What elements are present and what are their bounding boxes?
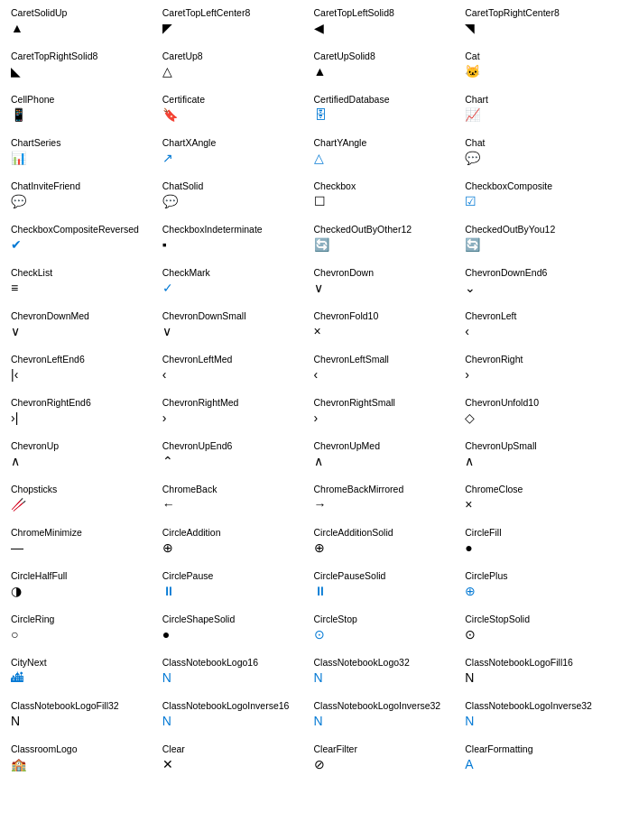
icon-symbol: ⊘ xyxy=(314,758,325,771)
icon-label: CheckMark xyxy=(162,267,210,280)
icon-symbol: 💬 xyxy=(162,195,178,208)
icon-symbol: ∧ xyxy=(11,455,20,467)
icon-symbol: ∨ xyxy=(162,325,171,337)
list-item: ChartXAngle↗ xyxy=(159,134,310,177)
icon-label: CaretUp8 xyxy=(162,51,203,63)
icon-grid: CaretSolidUp▲CaretTopLeftCenter8◤CaretTo… xyxy=(0,0,620,787)
icon-symbol: ✕ xyxy=(162,758,173,771)
icon-label: ChevronLeft xyxy=(465,310,516,323)
icon-symbol: ⊕ xyxy=(465,585,476,597)
list-item: Chopsticks🥢 xyxy=(7,480,159,523)
list-item: ClassNotebookLogoFill16N xyxy=(461,653,613,697)
list-item: CircleFill● xyxy=(461,523,613,567)
icon-label: ChevronRightSmall xyxy=(314,397,395,410)
icon-label: ChartYAngle xyxy=(314,137,367,150)
list-item: CaretSolidUp▲ xyxy=(7,4,159,47)
list-item: CaretTopLeftSolid8◀ xyxy=(310,4,462,47)
icon-label: ChevronDownEnd6 xyxy=(465,267,547,280)
list-item: ChevronUp∧ xyxy=(7,437,159,480)
list-item: Chart📈 xyxy=(461,90,613,134)
icon-symbol: ›| xyxy=(11,411,18,424)
list-item: ClassNotebookLogoInverse32N xyxy=(310,697,462,740)
icon-label: CircleRing xyxy=(11,614,54,626)
list-item: CircleShapeSolid● xyxy=(159,610,310,653)
icon-label: ChromeClose xyxy=(465,484,523,496)
list-item: CheckboxCompositeReversed✔ xyxy=(7,220,159,263)
list-item: CaretTopRightCenter8◥ xyxy=(461,4,613,47)
icon-label: ChevronDown xyxy=(314,267,375,280)
icon-label: CertifiedDatabase xyxy=(314,94,390,106)
list-item: ChatSolid💬 xyxy=(159,177,310,220)
icon-symbol: ◀ xyxy=(314,22,324,34)
icon-label: CircleHalfFull xyxy=(11,570,67,583)
list-item: Chat💬 xyxy=(461,134,613,177)
icon-label: CheckboxComposite xyxy=(465,180,552,193)
icon-label: ChevronLeftSmall xyxy=(314,354,389,366)
icon-label: ChevronUp xyxy=(11,440,59,453)
icon-label: CirclePause xyxy=(162,570,214,583)
icon-label: ClassNotebookLogo32 xyxy=(314,657,410,669)
icon-symbol: 🥢 xyxy=(11,498,26,511)
icon-label: ChromeBack xyxy=(162,484,217,496)
list-item: ClassNotebookLogoInverse32N xyxy=(461,697,613,740)
list-item: ChevronDownSmall∨ xyxy=(159,307,310,350)
list-item: ChevronDown∨ xyxy=(310,263,462,307)
icon-label: ClassNotebookLogoFill32 xyxy=(11,700,119,713)
icon-symbol: ✔ xyxy=(11,238,22,251)
icon-symbol: N xyxy=(314,671,323,684)
icon-symbol: ⊕ xyxy=(314,541,325,554)
list-item: CaretUp8△ xyxy=(159,47,310,90)
icon-symbol: N xyxy=(465,715,474,727)
list-item: ChromeMinimize— xyxy=(7,523,159,567)
icon-label: ChatSolid xyxy=(162,180,204,193)
icon-symbol: 💬 xyxy=(465,152,480,164)
list-item: ChevronDownMed∨ xyxy=(7,307,159,350)
list-item: ChevronLeft‹ xyxy=(461,307,613,350)
list-item: CaretTopRightSolid8◣ xyxy=(7,47,159,90)
list-item: ChevronRightEnd6›| xyxy=(7,393,159,437)
list-item: ClassNotebookLogoInverse16N xyxy=(159,697,310,740)
icon-label: ChevronUpMed xyxy=(314,440,381,453)
list-item: ChevronUpSmall∧ xyxy=(461,437,613,480)
icon-label: CaretTopRightCenter8 xyxy=(465,7,559,20)
icon-label: ChevronRightMed xyxy=(162,397,239,410)
list-item: ChromeBack← xyxy=(159,480,310,523)
icon-label: ClassNotebookLogoInverse32 xyxy=(314,700,441,713)
icon-symbol: △ xyxy=(162,65,172,78)
list-item: ChevronRightSmall› xyxy=(310,393,462,437)
icon-label: Chat xyxy=(465,137,485,150)
list-item: CircleAdditionSolid⊕ xyxy=(310,523,462,567)
icon-symbol: △ xyxy=(314,152,324,164)
icon-label: ChevronUnfold10 xyxy=(465,397,539,410)
list-item: ChevronUpEnd6⌃ xyxy=(159,437,310,480)
list-item: ChartSeries📊 xyxy=(7,134,159,177)
icon-label: ClassNotebookLogo16 xyxy=(162,657,258,669)
list-item: ChevronUpMed∧ xyxy=(310,437,462,480)
icon-symbol: ▲ xyxy=(11,22,23,34)
icon-label: CaretUpSolid8 xyxy=(314,51,375,63)
icon-symbol: ↗ xyxy=(162,152,173,164)
icon-symbol: › xyxy=(314,411,319,424)
list-item: CheckboxComposite☑ xyxy=(461,177,613,220)
list-item: ChevronUnfold10◇ xyxy=(461,393,613,437)
icon-symbol: ● xyxy=(465,541,472,554)
icon-symbol: ∧ xyxy=(465,455,474,467)
icon-symbol: 📱 xyxy=(11,108,26,121)
list-item: Checkbox☐ xyxy=(310,177,462,220)
icon-label: CircleStop xyxy=(314,614,357,626)
icon-symbol: ◣ xyxy=(11,65,21,78)
list-item: CheckboxIndeterminate▪ xyxy=(159,220,310,263)
icon-symbol: 🔄 xyxy=(314,238,329,251)
icon-symbol: ⊙ xyxy=(465,628,476,641)
icon-symbol: 🗄 xyxy=(314,108,327,121)
icon-label: Cat xyxy=(465,51,479,63)
icon-symbol: ◇ xyxy=(465,411,475,424)
icon-symbol: 🐱 xyxy=(465,65,480,78)
icon-label: CircleAdditionSolid xyxy=(314,527,393,540)
icon-label: Checkbox xyxy=(314,180,356,193)
icon-label: CirclePlus xyxy=(465,570,507,583)
icon-symbol: ⌃ xyxy=(162,455,173,467)
list-item: CaretTopLeftCenter8◤ xyxy=(159,4,310,47)
icon-symbol: ◤ xyxy=(162,22,172,34)
icon-symbol: ⌄ xyxy=(465,282,476,294)
